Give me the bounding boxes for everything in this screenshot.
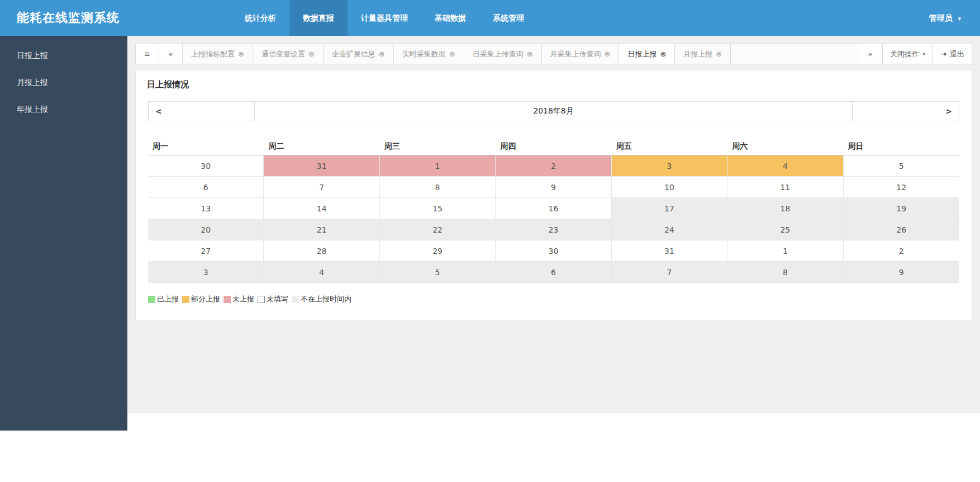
- double-chevron-left-icon: «: [169, 50, 173, 58]
- calendar-day-cell[interactable]: 23: [496, 219, 611, 240]
- weekday-label: 周二: [264, 138, 379, 155]
- logout-button[interactable]: ⇥ 退出: [933, 44, 972, 64]
- calendar-day-cell[interactable]: 12: [844, 177, 959, 198]
- tab-bar: ≡ « 上报指标配置⊗通信变量设置⊗企业扩展信息⊗实时采集数据⊗日采集上传查询⊗…: [135, 44, 972, 64]
- legend-item: 未上报: [223, 294, 254, 304]
- calendar-day-cell[interactable]: 8: [380, 177, 496, 198]
- weekday-label: 周五: [612, 138, 727, 155]
- calendar-prev-button[interactable]: <: [149, 102, 255, 121]
- calendar-day-cell[interactable]: 18: [727, 198, 843, 219]
- calendar-day-cell[interactable]: 25: [727, 219, 843, 240]
- calendar-day-cell[interactable]: 5: [844, 155, 959, 177]
- calendar-day-cell[interactable]: 27: [148, 240, 264, 262]
- weekday-label: 周日: [844, 138, 959, 155]
- tab[interactable]: 实时采集数据⊗: [394, 44, 464, 64]
- legend-swatch: [292, 296, 299, 303]
- calendar-day-cell[interactable]: 28: [264, 240, 379, 262]
- calendar-next-button[interactable]: >: [853, 102, 959, 121]
- calendar-day-cell[interactable]: 9: [844, 262, 959, 283]
- calendar-day-cell[interactable]: 31: [264, 155, 379, 177]
- calendar-day-cell[interactable]: 7: [612, 262, 727, 283]
- legend-item: 部分上报: [182, 294, 220, 304]
- logout-icon: ⇥: [940, 50, 946, 58]
- calendar-day-cell[interactable]: 31: [612, 240, 727, 262]
- tab[interactable]: 日报上报⊗: [619, 44, 675, 64]
- calendar-day-cell[interactable]: 29: [380, 240, 496, 262]
- tab[interactable]: 上报指标配置⊗: [183, 44, 253, 64]
- tab-label: 上报指标配置: [191, 49, 235, 59]
- tabs-spacer: [731, 44, 859, 64]
- calendar-day-cell[interactable]: 1: [380, 155, 496, 177]
- calendar-day-cell[interactable]: 14: [264, 198, 379, 219]
- calendar-day-cell[interactable]: 4: [264, 262, 379, 283]
- tab-close-icon[interactable]: ⊗: [238, 50, 244, 58]
- calendar-day-cell[interactable]: 7: [264, 177, 379, 198]
- calendar-day-cell[interactable]: 26: [844, 219, 959, 240]
- calendar-day-cell[interactable]: 11: [727, 177, 843, 198]
- legend-swatch: [148, 296, 155, 303]
- calendar-day-cell[interactable]: 6: [148, 177, 264, 198]
- calendar-day-cell[interactable]: 13: [148, 198, 264, 219]
- calendar-day-cell[interactable]: 4: [727, 155, 843, 177]
- user-menu[interactable]: 管理员 ▾: [929, 0, 980, 36]
- tabs-scroll-left-button[interactable]: «: [159, 44, 183, 64]
- calendar-day-cell[interactable]: 8: [727, 262, 843, 283]
- calendar-day-cell[interactable]: 6: [496, 262, 611, 283]
- sidebar-item[interactable]: 日报上报: [0, 42, 127, 69]
- tab[interactable]: 月采集上传查询⊗: [542, 44, 620, 64]
- weekday-header: 周一周二周三周四周五周六周日: [148, 138, 959, 155]
- tab[interactable]: 日采集上传查询⊗: [464, 44, 542, 64]
- calendar-day-cell[interactable]: 30: [148, 155, 264, 177]
- tab-close-icon[interactable]: ⊗: [660, 50, 666, 58]
- hamburger-button[interactable]: ≡: [136, 44, 159, 64]
- tab[interactable]: 月报上报⊗: [675, 44, 731, 64]
- calendar-grid: 3031123456789101112131415161718192021222…: [148, 155, 959, 283]
- tab[interactable]: 企业扩展信息⊗: [324, 44, 394, 64]
- app-header: 能耗在线监测系统 统计分析数据直报计量器具管理基础数据系统管理 管理员 ▾: [0, 0, 980, 36]
- top-nav-item[interactable]: 系统管理: [479, 0, 537, 36]
- calendar-day-cell[interactable]: 2: [496, 155, 611, 177]
- calendar-day-cell[interactable]: 1: [727, 240, 843, 262]
- calendar-day-cell[interactable]: 3: [148, 262, 264, 283]
- tab-close-icon[interactable]: ⊗: [527, 50, 533, 58]
- calendar-day-cell[interactable]: 5: [380, 262, 496, 283]
- calendar-day-cell[interactable]: 22: [380, 219, 496, 240]
- top-nav-item[interactable]: 基础数据: [421, 0, 479, 36]
- legend-item: 未填写: [258, 294, 288, 304]
- calendar-day-cell[interactable]: 19: [844, 198, 959, 219]
- calendar-day-cell[interactable]: 20: [148, 219, 264, 240]
- tab-close-icon[interactable]: ⊗: [379, 50, 385, 58]
- top-nav-item[interactable]: 计量器具管理: [348, 0, 421, 36]
- top-nav-item[interactable]: 数据直报: [289, 0, 348, 36]
- top-nav: 统计分析数据直报计量器具管理基础数据系统管理: [231, 0, 537, 36]
- calendar-day-cell[interactable]: 30: [496, 240, 611, 262]
- tabs-scroll-right-button[interactable]: »: [859, 44, 882, 64]
- tab-close-icon[interactable]: ⊗: [308, 50, 315, 58]
- tab[interactable]: 通信变量设置⊗: [253, 44, 324, 64]
- tab-close-icon[interactable]: ⊗: [716, 50, 722, 58]
- tab-close-icon[interactable]: ⊗: [605, 50, 611, 58]
- calendar-day-cell[interactable]: 21: [264, 219, 379, 240]
- top-nav-item[interactable]: 统计分析: [231, 0, 289, 36]
- sidebar-item[interactable]: 年报上报: [0, 96, 127, 123]
- tab-label: 月采集上传查询: [550, 49, 601, 59]
- legend-swatch: [223, 296, 231, 303]
- tabs-container: 上报指标配置⊗通信变量设置⊗企业扩展信息⊗实时采集数据⊗日采集上传查询⊗月采集上…: [183, 44, 731, 64]
- tab-close-icon[interactable]: ⊗: [449, 50, 455, 58]
- close-operations-button[interactable]: 关闭操作 ▾: [882, 44, 933, 64]
- calendar-day-cell[interactable]: 15: [380, 198, 496, 219]
- legend: 已上报部分上报未上报未填写不在上报时间内: [148, 294, 959, 304]
- calendar-day-cell[interactable]: 3: [612, 155, 727, 177]
- calendar-day-cell[interactable]: 16: [496, 198, 611, 219]
- legend-label: 不在上报时间内: [301, 294, 351, 304]
- sidebar-item[interactable]: 月报上报: [0, 69, 127, 96]
- calendar-day-cell[interactable]: 10: [612, 177, 727, 198]
- weekday-label: 周四: [496, 138, 611, 155]
- calendar-day-cell[interactable]: 24: [612, 219, 727, 240]
- calendar-month-label: 2018年8月: [255, 102, 853, 121]
- calendar-day-cell[interactable]: 9: [496, 177, 611, 198]
- legend-item: 不在上报时间内: [292, 294, 351, 304]
- tab-label: 通信变量设置: [261, 49, 305, 59]
- calendar-day-cell[interactable]: 2: [844, 240, 959, 262]
- calendar-day-cell[interactable]: 17: [612, 198, 727, 219]
